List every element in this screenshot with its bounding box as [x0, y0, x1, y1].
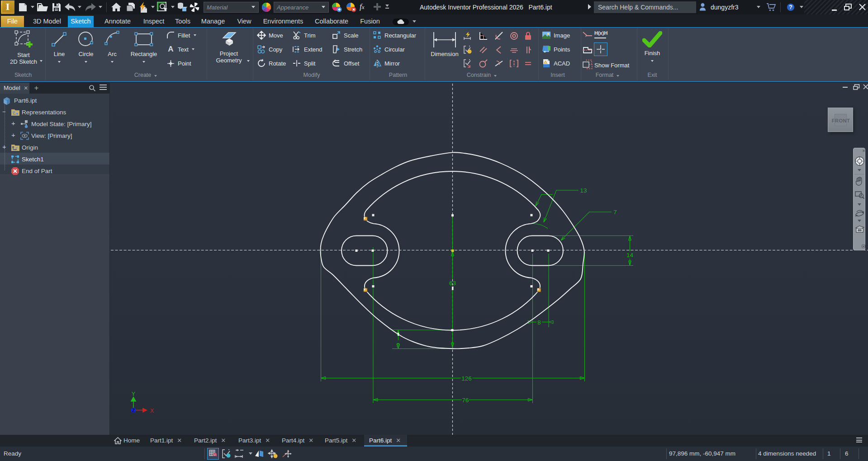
svg-text:63: 63: [449, 280, 456, 287]
svg-text:Z: Z: [132, 408, 135, 413]
svg-text:7: 7: [613, 209, 617, 216]
svg-text:76: 76: [462, 397, 469, 404]
svg-text:9: 9: [396, 342, 400, 348]
svg-text:Y: Y: [132, 391, 135, 397]
svg-text:126: 126: [461, 375, 472, 382]
svg-text:8: 8: [537, 319, 541, 326]
svg-text:X: X: [150, 408, 154, 414]
svg-text:14: 14: [626, 252, 634, 259]
svg-text:13: 13: [580, 187, 587, 194]
